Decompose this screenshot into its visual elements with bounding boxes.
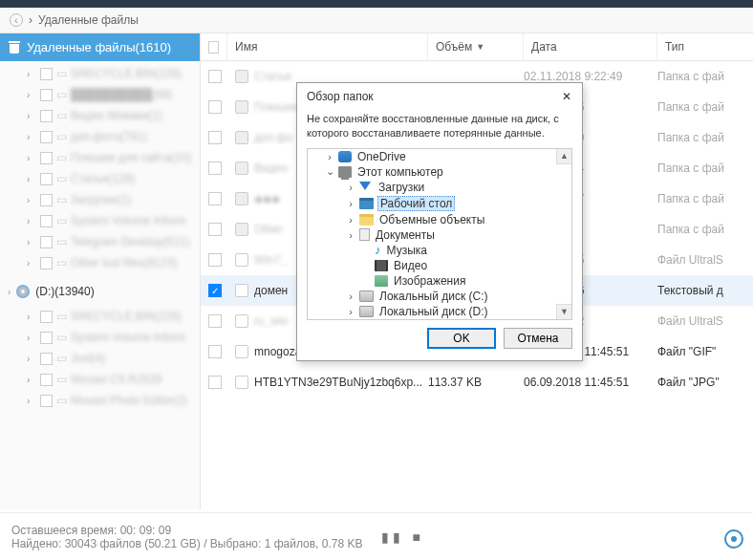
- chevron-right-icon[interactable]: ›: [346, 214, 355, 226]
- col-date[interactable]: Дата: [524, 33, 657, 60]
- scroll-up-button[interactable]: ▲: [556, 149, 571, 164]
- checkbox[interactable]: [40, 110, 53, 122]
- gear-icon[interactable]: [724, 529, 743, 549]
- sidebar-item[interactable]: ›▭System Volume Inform: [0, 327, 200, 348]
- sidebar-item-label: Telegram Desktop(511): [71, 235, 190, 248]
- chevron-right-icon[interactable]: ›: [346, 306, 355, 317]
- sidebar-item[interactable]: ›▭Плюшки для сайта(10): [0, 147, 200, 168]
- sidebar-item[interactable]: ›▭SRECYCLE.BIN(226): [0, 306, 200, 327]
- file-type: Папка с фай: [657, 192, 753, 205]
- chevron-right-icon[interactable]: ›: [346, 198, 355, 209]
- stop-button[interactable]: ■: [412, 529, 423, 545]
- chevron-down-icon[interactable]: ⌄: [325, 165, 334, 178]
- checkbox[interactable]: [40, 152, 53, 164]
- tree-desktop[interactable]: › Рабочий стол: [308, 195, 571, 212]
- close-icon[interactable]: ✕: [559, 89, 574, 104]
- file-icon: [235, 314, 248, 328]
- chevron-right-icon[interactable]: ›: [27, 90, 36, 100]
- chevron-right-icon[interactable]: ›: [346, 229, 355, 241]
- sidebar-item[interactable]: ›▭Telegram Desktop(511): [0, 231, 200, 252]
- chevron-right-icon[interactable]: ›: [27, 195, 36, 205]
- checkbox[interactable]: [40, 257, 53, 269]
- sidebar-item[interactable]: ›▭██████████(68): [0, 84, 200, 105]
- folder-icon: ▭: [56, 109, 67, 122]
- checkbox[interactable]: [208, 253, 222, 267]
- checkbox[interactable]: [40, 374, 53, 386]
- chevron-right-icon[interactable]: ›: [27, 132, 36, 142]
- chevron-right-icon[interactable]: ›: [27, 153, 36, 163]
- file-type: Папка с фай: [657, 223, 753, 236]
- checkbox[interactable]: [40, 89, 53, 101]
- checkbox[interactable]: [208, 376, 222, 389]
- sidebar-item[interactable]: ›▭Other lost files(8123): [0, 252, 200, 273]
- col-size[interactable]: Объём▼: [428, 33, 524, 60]
- chevron-right-icon[interactable]: ›: [27, 216, 36, 226]
- chevron-right-icon[interactable]: ›: [27, 111, 36, 121]
- nav-back-icon[interactable]: ‹: [10, 13, 23, 27]
- checkbox[interactable]: [40, 173, 53, 185]
- checkbox[interactable]: [208, 314, 222, 328]
- checkbox[interactable]: [40, 131, 53, 143]
- sidebar-item[interactable]: ›▭Just(4): [0, 348, 200, 369]
- sidebar-item[interactable]: ›▭Загрузки(1): [0, 189, 200, 210]
- file-row[interactable]: HTB1YTN3e29TBuNjy1zbq6xp...113.37 KB06.0…: [201, 367, 753, 398]
- checkbox[interactable]: [40, 332, 53, 344]
- tree-images[interactable]: Изображения: [308, 273, 571, 289]
- checkbox[interactable]: [208, 223, 222, 236]
- checkbox[interactable]: [40, 68, 53, 80]
- checkbox[interactable]: [208, 345, 222, 358]
- tree-disk-d[interactable]: › Локальный диск (D:): [308, 304, 571, 319]
- tree-this-pc[interactable]: ⌄ Этот компьютер: [308, 164, 571, 180]
- col-type[interactable]: Тип: [657, 33, 753, 60]
- tree-music[interactable]: ♪ Музыка: [308, 243, 571, 258]
- tree-downloads[interactable]: › Загрузки: [308, 180, 571, 195]
- file-name: Видео: [254, 162, 288, 175]
- checkbox[interactable]: [208, 162, 222, 175]
- chevron-right-icon[interactable]: ›: [27, 333, 36, 343]
- sidebar-head[interactable]: Удаленные файлы(1610): [0, 33, 200, 61]
- drive-d[interactable]: › (D:)(13940): [0, 279, 200, 304]
- chevron-right-icon[interactable]: ›: [325, 151, 334, 162]
- chevron-right-icon[interactable]: ›: [346, 291, 355, 302]
- sidebar-item[interactable]: ›▭Статьи(128): [0, 168, 200, 189]
- tree-video[interactable]: Видео: [308, 258, 571, 273]
- sidebar-item[interactable]: ›▭System Volume Inform: [0, 210, 200, 231]
- ok-button[interactable]: OK: [427, 328, 496, 349]
- chevron-right-icon[interactable]: ›: [27, 237, 36, 248]
- pause-button[interactable]: ▮▮: [381, 529, 404, 545]
- cancel-button[interactable]: Отмена: [504, 328, 572, 349]
- tree-onedrive[interactable]: › OneDrive: [308, 149, 571, 164]
- chevron-right-icon[interactable]: ›: [27, 396, 36, 406]
- checkbox[interactable]: [40, 215, 53, 227]
- checkbox[interactable]: [40, 194, 53, 206]
- checkbox[interactable]: [40, 353, 53, 365]
- chevron-right-icon[interactable]: ›: [27, 258, 36, 269]
- checkbox[interactable]: [208, 100, 222, 114]
- chevron-right-icon[interactable]: ›: [27, 375, 36, 385]
- chevron-right-icon[interactable]: ›: [27, 174, 36, 184]
- tree-disk-c[interactable]: › Локальный диск (C:): [308, 289, 571, 304]
- tree-3d-objects[interactable]: › Объемные объекты: [308, 212, 571, 227]
- breadcrumb-label[interactable]: Удаленные файлы: [38, 13, 139, 27]
- checkbox[interactable]: [40, 395, 53, 407]
- chevron-right-icon[interactable]: ›: [346, 182, 355, 193]
- sidebar-item[interactable]: ›▭Movavi Photo Editor(2): [0, 390, 200, 411]
- checkbox[interactable]: [208, 70, 222, 83]
- tree-documents[interactable]: › Документы: [308, 227, 571, 243]
- chevron-right-icon[interactable]: ›: [27, 312, 36, 322]
- checkbox[interactable]: [40, 311, 53, 323]
- chevron-right-icon[interactable]: ›: [27, 69, 36, 79]
- sidebar-item[interactable]: ›▭SRECYCLE.BIN(226): [0, 63, 200, 84]
- scroll-down-button[interactable]: ▼: [556, 304, 571, 319]
- select-all-checkbox[interactable]: [201, 33, 227, 60]
- sidebar-item[interactable]: ›▭доп.фото(781): [0, 126, 200, 147]
- sidebar-item[interactable]: ›▭Видео Мовави(1): [0, 105, 200, 126]
- checkbox[interactable]: ✓: [208, 284, 222, 297]
- checkbox[interactable]: [40, 236, 53, 248]
- chevron-right-icon[interactable]: ›: [27, 354, 36, 364]
- col-name[interactable]: Имя: [227, 33, 428, 60]
- checkbox[interactable]: [208, 192, 222, 205]
- sidebar-item[interactable]: ›▭Movavi C5 R2539: [0, 369, 200, 390]
- checkbox[interactable]: [208, 131, 222, 144]
- sidebar-item-label: Статьи(128): [71, 172, 135, 185]
